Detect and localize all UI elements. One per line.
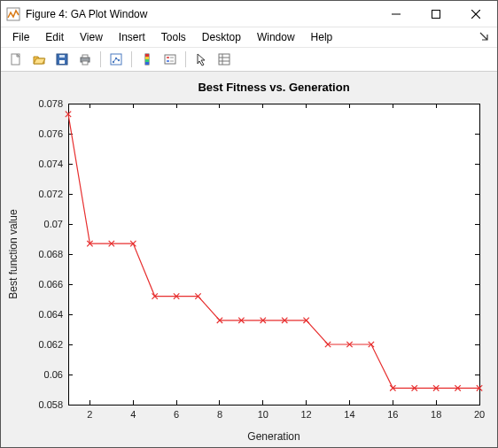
window-title: Figure 4: GA Plot Window	[26, 8, 376, 20]
x-tick-label: 20	[474, 409, 485, 420]
toolbar	[1, 47, 497, 72]
menubar: File Edit View Insert Tools Desktop Wind…	[1, 27, 497, 47]
x-tick-label: 8	[217, 409, 222, 420]
y-tick-label: 0.064	[38, 309, 63, 320]
svg-rect-8	[59, 55, 65, 58]
edit-plot-icon[interactable]	[191, 50, 212, 69]
svg-rect-7	[59, 60, 65, 64]
y-tick-label: 0.058	[38, 399, 63, 410]
svg-rect-21	[165, 55, 175, 64]
menu-window[interactable]: Window	[249, 29, 303, 45]
x-tick-label: 12	[301, 409, 312, 420]
svg-rect-30	[68, 104, 479, 405]
app-icon	[6, 7, 20, 21]
y-tick-label: 0.07	[44, 219, 63, 229]
svg-rect-11	[82, 61, 88, 65]
minimize-button[interactable]	[376, 1, 416, 27]
figure-canvas[interactable]: Best Fitness vs. GenerationGenerationBes…	[1, 72, 497, 447]
svg-rect-26	[219, 54, 230, 65]
separator	[131, 51, 132, 67]
window-controls	[376, 1, 495, 27]
separator	[100, 51, 101, 67]
menu-insert[interactable]: Insert	[111, 29, 153, 45]
x-tick-label: 10	[258, 409, 268, 420]
x-axis-label: Generation	[247, 430, 300, 443]
x-tick-label: 16	[387, 409, 398, 420]
x-tick-label: 2	[87, 409, 92, 420]
link-plot-icon[interactable]	[105, 50, 127, 69]
separator	[185, 51, 186, 67]
x-tick-label: 4	[130, 409, 136, 420]
menu-desktop[interactable]: Desktop	[194, 29, 249, 45]
y-tick-label: 0.078	[38, 98, 63, 109]
x-tick-label: 6	[174, 409, 179, 420]
svg-rect-19	[145, 59, 149, 62]
insert-colorbar-icon[interactable]	[136, 50, 158, 69]
menu-view[interactable]: View	[72, 29, 111, 45]
dock-icon[interactable]	[474, 32, 494, 42]
print-icon[interactable]	[74, 50, 96, 69]
save-icon[interactable]	[51, 50, 73, 69]
titlebar: Figure 4: GA Plot Window	[1, 1, 497, 27]
insert-legend-icon[interactable]	[160, 50, 181, 69]
menu-file[interactable]: File	[4, 29, 37, 45]
menu-help[interactable]: Help	[303, 29, 341, 45]
y-tick-label: 0.068	[38, 249, 63, 259]
y-tick-label: 0.076	[38, 128, 63, 139]
y-tick-label: 0.072	[38, 189, 63, 199]
x-tick-label: 18	[431, 409, 441, 420]
menu-tools[interactable]: Tools	[153, 29, 194, 45]
y-tick-label: 0.06	[44, 369, 63, 380]
y-tick-label: 0.062	[38, 339, 63, 350]
y-tick-label: 0.074	[38, 158, 63, 169]
svg-rect-2	[432, 10, 440, 18]
svg-rect-17	[145, 54, 149, 57]
y-tick-label: 0.066	[38, 279, 63, 290]
property-inspector-icon[interactable]	[214, 50, 235, 69]
chart-title: Best Fitness vs. Generation	[198, 81, 349, 94]
open-icon[interactable]	[28, 50, 50, 69]
maximize-button[interactable]	[416, 1, 455, 27]
menu-edit[interactable]: Edit	[37, 29, 72, 45]
svg-rect-10	[82, 55, 88, 58]
svg-rect-18	[145, 57, 149, 59]
close-button[interactable]	[455, 1, 495, 27]
y-axis-label: Best function value	[7, 209, 19, 299]
new-figure-icon[interactable]	[5, 50, 27, 69]
x-tick-label: 14	[344, 409, 354, 420]
svg-rect-20	[145, 62, 149, 65]
